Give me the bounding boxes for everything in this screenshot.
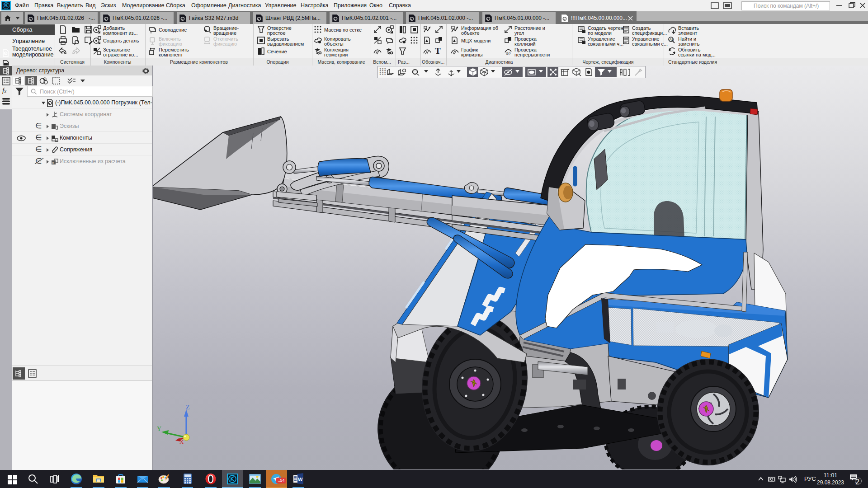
svg-text:G?: G?	[506, 52, 511, 56]
svg-text:AB: AB	[670, 38, 674, 42]
svg-text:W: W	[298, 477, 303, 482]
svg-text:x: x	[52, 161, 54, 165]
svg-text:Z: Z	[186, 404, 190, 411]
svg-text:Y: Y	[157, 426, 161, 432]
